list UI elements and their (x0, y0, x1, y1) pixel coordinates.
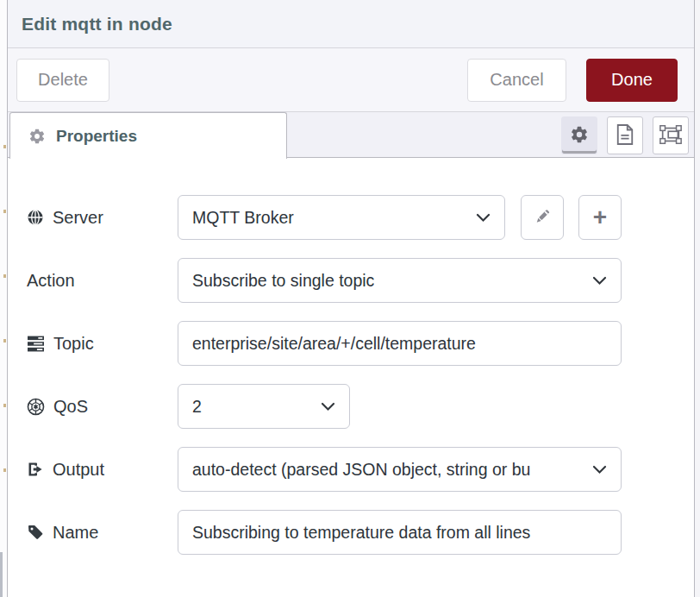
sign-out-icon (27, 461, 44, 478)
action-label-text: Action (27, 271, 75, 291)
gear-icon (570, 125, 589, 147)
server-label: Server (27, 208, 178, 228)
palette-edge-mark (3, 145, 6, 148)
toolbar-right-group: Cancel Done (467, 59, 678, 102)
palette-edge-mark (3, 274, 6, 278)
form-row-action: Action Subscribe to single topic (27, 258, 694, 303)
palette-edge-mark (3, 404, 6, 407)
qos-select[interactable]: 2 (178, 384, 350, 429)
topic-label: Topic (27, 334, 178, 354)
qos-label: QoS (27, 397, 178, 417)
appearance-tab-button[interactable] (653, 116, 689, 154)
page-title: Edit mqtt in node (22, 14, 172, 35)
action-select-value: Subscribe to single topic (192, 271, 374, 291)
cancel-button[interactable]: Cancel (467, 59, 566, 102)
form-row-name: Name (27, 510, 694, 555)
tasks-icon (27, 336, 45, 352)
topic-input[interactable] (178, 321, 622, 366)
action-select[interactable]: Subscribe to single topic (178, 258, 622, 303)
output-label: Output (27, 460, 178, 480)
tab-bar: Properties (8, 112, 694, 158)
pencil-icon (532, 206, 553, 229)
properties-tab-button[interactable] (561, 116, 597, 154)
palette-edge-mark (3, 210, 6, 213)
tab-icon-buttons (561, 116, 689, 154)
chevron-down-icon (592, 465, 607, 474)
workspace-edge (0, 0, 7, 597)
gear-icon (28, 128, 46, 145)
chevron-down-icon (592, 276, 607, 286)
palette-edge-mark (3, 468, 6, 472)
output-label-text: Output (53, 460, 104, 480)
tab-properties-label: Properties (56, 127, 137, 146)
tab-properties[interactable]: Properties (9, 112, 287, 159)
qos-select-value: 2 (192, 397, 202, 417)
tag-icon (27, 524, 44, 541)
properties-form: Server MQTT Broker + Action (8, 158, 694, 597)
edit-dialog-tray: Edit mqtt in node Delete Cancel Done Pro… (7, 0, 695, 597)
dialog-toolbar: Delete Cancel Done (8, 48, 694, 112)
form-row-output: Output auto-detect (parsed JSON object, … (27, 447, 694, 492)
server-select[interactable]: MQTT Broker (178, 195, 505, 240)
action-label: Action (27, 271, 178, 291)
chevron-down-icon (476, 213, 491, 223)
dialog-header: Edit mqtt in node (8, 0, 694, 48)
empire-icon (27, 398, 45, 416)
name-label: Name (27, 523, 178, 543)
form-row-server: Server MQTT Broker + (27, 195, 694, 240)
workspace-scroll-edge (0, 552, 3, 597)
edit-server-button[interactable] (521, 195, 564, 240)
dialog-right-gutter (695, 0, 700, 597)
globe-icon (27, 209, 44, 226)
add-server-button[interactable]: + (578, 195, 622, 240)
server-label-text: Server (53, 208, 103, 228)
topic-label-text: Topic (53, 334, 94, 354)
chevron-down-icon (321, 402, 335, 412)
form-row-topic: Topic (27, 321, 694, 366)
appearance-icon (659, 123, 683, 148)
name-label-text: Name (53, 523, 98, 543)
file-text-icon (616, 123, 634, 148)
palette-edge-mark (3, 339, 6, 342)
output-select-value: auto-detect (parsed JSON object, string … (192, 460, 530, 480)
server-select-value: MQTT Broker (192, 208, 294, 228)
qos-label-text: QoS (53, 397, 88, 417)
delete-button[interactable]: Delete (16, 59, 109, 102)
done-button[interactable]: Done (586, 59, 678, 102)
output-select[interactable]: auto-detect (parsed JSON object, string … (178, 447, 622, 492)
description-tab-button[interactable] (607, 116, 643, 154)
name-input[interactable] (178, 510, 622, 555)
form-row-qos: QoS 2 (27, 384, 694, 429)
edit-mqtt-node-dialog: Edit mqtt in node Delete Cancel Done Pro… (0, 0, 700, 597)
